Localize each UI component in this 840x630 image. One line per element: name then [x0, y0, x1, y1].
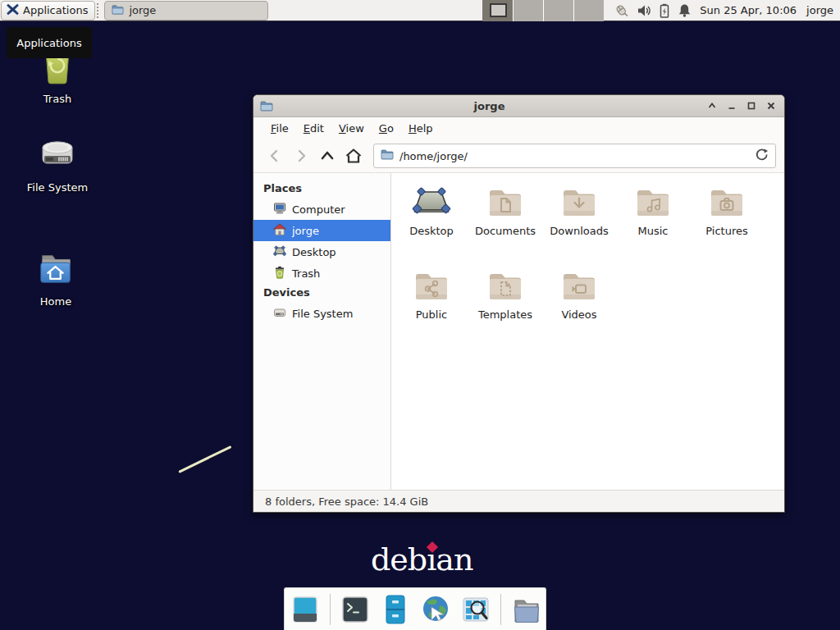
desktop-icon-home[interactable]: Home: [11, 249, 101, 308]
file-item-documents[interactable]: Documents: [468, 183, 542, 262]
debian-logo-text: debian: [371, 541, 472, 578]
application-finder-icon[interactable]: [460, 594, 491, 625]
volume-icon[interactable]: [637, 3, 651, 18]
system-tray: [614, 3, 692, 18]
close-button[interactable]: [763, 98, 779, 114]
file-item-videos[interactable]: Videos: [542, 267, 616, 345]
sidebar-places-header: Places: [253, 180, 390, 199]
desktop-icon-label: Trash: [12, 93, 103, 105]
file-item-templates[interactable]: Templates: [468, 267, 542, 345]
status-text: 8 folders, Free space: 14.4 GiB: [265, 495, 428, 508]
templates-folder-icon: [486, 267, 525, 306]
path-bar[interactable]: /home/jorge/: [373, 144, 776, 168]
workspace-1[interactable]: [482, 0, 513, 21]
file-manager-icon[interactable]: [380, 594, 411, 625]
home-button[interactable]: [340, 144, 367, 167]
dock: [284, 587, 546, 630]
task-folder-icon: [112, 3, 124, 18]
window-title: jorge: [275, 100, 704, 112]
task-button-label: jorge: [129, 4, 156, 16]
stray-line-annotation: [178, 445, 231, 473]
sidebar-item-trash[interactable]: Trash: [253, 262, 390, 284]
drive-mini-icon: [273, 306, 286, 322]
menu-file[interactable]: File: [263, 119, 296, 138]
back-button[interactable]: [262, 144, 288, 167]
file-item-label: Music: [638, 225, 669, 237]
menu-help[interactable]: Help: [401, 119, 441, 138]
workspace-4[interactable]: [573, 0, 604, 21]
trash-mini-icon: [273, 266, 286, 281]
shade-button[interactable]: [704, 98, 720, 114]
file-item-label: Documents: [475, 225, 536, 237]
path-input[interactable]: /home/jorge/: [399, 150, 749, 162]
pictures-folder-icon: [707, 183, 746, 222]
sidebar-item-jorge[interactable]: jorge: [253, 220, 390, 241]
web-browser-icon[interactable]: [420, 594, 451, 625]
up-button[interactable]: [314, 144, 340, 167]
computer-icon: [273, 202, 286, 217]
desktop-icon-label: File System: [12, 181, 103, 194]
dock-folder-icon[interactable]: [510, 594, 541, 625]
reload-icon[interactable]: [755, 148, 769, 165]
workspace-3[interactable]: [543, 0, 573, 21]
applications-tooltip: Applications: [7, 27, 92, 58]
menu-view[interactable]: View: [331, 119, 372, 138]
file-item-public[interactable]: Public: [395, 267, 468, 345]
menu-go[interactable]: Go: [372, 119, 401, 138]
file-item-music[interactable]: Music: [616, 183, 690, 262]
window-folder-icon: [258, 99, 275, 112]
file-item-label: Downloads: [550, 225, 608, 237]
dock-separator: [330, 594, 331, 625]
sidebar-item-label: jorge: [292, 225, 319, 237]
file-item-label: Templates: [478, 308, 532, 321]
workspace-window-preview: [490, 3, 507, 17]
music-folder-icon: [633, 183, 673, 222]
tasklist-handle[interactable]: [97, 3, 103, 18]
file-manager-window: jorge File Edit View Go Help /home/jorge…: [253, 94, 785, 513]
sidebar-item-label: Computer: [292, 203, 345, 216]
file-item-desktop[interactable]: Desktop: [395, 183, 468, 262]
file-view[interactable]: Desktop Documents D: [391, 173, 784, 490]
drive-icon: [37, 135, 78, 174]
battery-icon[interactable]: [659, 3, 670, 18]
menu-bar: File Edit View Go Help: [253, 117, 784, 139]
taskbar-window-button[interactable]: jorge: [104, 1, 268, 21]
panel-clock[interactable]: Sun 25 Apr, 10:06: [700, 4, 797, 16]
desktop-special-icon: [410, 183, 453, 222]
file-item-downloads[interactable]: Downloads: [542, 183, 616, 262]
show-desktop-icon[interactable]: [290, 594, 321, 625]
downloads-folder-icon: [559, 183, 599, 222]
applications-menu-label: Applications: [23, 4, 88, 16]
sidebar: Places Computer jorge Desktop: [253, 173, 391, 490]
dock-separator: [500, 594, 501, 625]
file-item-pictures[interactable]: Pictures: [690, 183, 764, 262]
sidebar-item-computer[interactable]: Computer: [253, 199, 390, 220]
sidebar-item-label: Trash: [292, 267, 320, 280]
workspace-2[interactable]: [513, 0, 543, 21]
terminal-icon[interactable]: [340, 594, 371, 625]
sidebar-item-filesystem[interactable]: File System: [253, 303, 390, 324]
mouse-icon[interactable]: [614, 3, 629, 18]
desktop-icon-label: Home: [11, 295, 101, 308]
videos-folder-icon: [559, 267, 599, 306]
desktop-mini-icon: [273, 244, 286, 260]
minimize-button[interactable]: [724, 98, 740, 114]
status-bar: 8 folders, Free space: 14.4 GiB: [253, 490, 784, 512]
window-controls: [704, 98, 779, 114]
window-body: Places Computer jorge Desktop: [253, 173, 784, 490]
home-folder-icon: [34, 249, 77, 288]
menu-edit[interactable]: Edit: [296, 119, 331, 138]
panel-user-label[interactable]: jorge: [806, 4, 833, 16]
applications-menu-button[interactable]: Applications: [1, 1, 95, 21]
desktop-icon-filesystem[interactable]: File System: [12, 135, 103, 194]
xfce-menu-icon: [7, 3, 19, 18]
file-item-label: Videos: [561, 308, 596, 321]
window-titlebar[interactable]: jorge: [253, 95, 784, 117]
maximize-button[interactable]: [743, 98, 760, 114]
forward-button[interactable]: [288, 144, 314, 167]
sidebar-item-desktop[interactable]: Desktop: [253, 241, 390, 262]
tooltip-text: Applications: [16, 37, 81, 49]
sidebar-item-label: Desktop: [292, 246, 336, 258]
top-panel: Applications jorge Sun 25 Apr, 10:06 jor…: [0, 0, 840, 21]
notifications-icon[interactable]: [678, 3, 692, 18]
